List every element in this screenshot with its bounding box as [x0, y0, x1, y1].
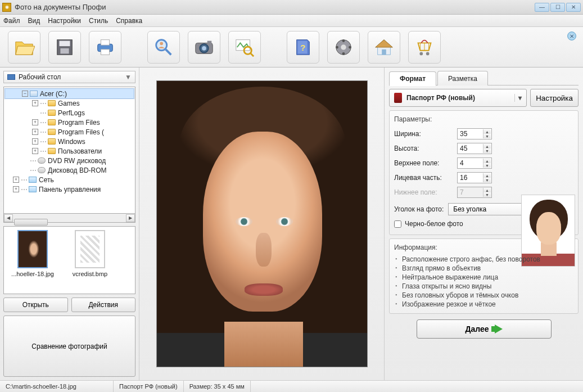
- close-button[interactable]: ✕: [566, 3, 581, 12]
- menu-file[interactable]: Файл: [3, 17, 20, 25]
- actions-button[interactable]: Действия: [71, 298, 136, 312]
- tree-item-acer[interactable]: −Acer (C:): [5, 89, 134, 98]
- cart-icon[interactable]: [408, 31, 441, 64]
- compare-button[interactable]: Сравнение фотографий: [3, 316, 135, 377]
- thumb-image: [17, 230, 48, 268]
- configure-button[interactable]: Настройка: [530, 89, 579, 107]
- open-icon[interactable]: [8, 31, 40, 64]
- home-icon[interactable]: [368, 31, 400, 64]
- thumb-item[interactable]: ...hoeller-18.jpg: [7, 230, 58, 277]
- menu-style[interactable]: Стиль: [89, 17, 108, 25]
- svg-point-29: [426, 52, 430, 55]
- corner-label: Уголок на фото:: [394, 205, 444, 213]
- help-book-icon[interactable]: ?: [287, 31, 319, 64]
- next-label: Далее: [465, 325, 489, 334]
- minimize-button[interactable]: —: [535, 3, 549, 12]
- app-title: Фото на документы Профи: [15, 3, 535, 11]
- svg-rect-4: [101, 39, 109, 45]
- search-image-icon[interactable]: [228, 31, 261, 64]
- folder-tree[interactable]: −Acer (C:) +⋯Games ⋯PerfLogs +⋯Program F…: [3, 87, 135, 214]
- camera-icon[interactable]: [188, 31, 220, 64]
- maximize-button[interactable]: ☐: [550, 3, 565, 12]
- bw-label: Черно-белое фото: [405, 220, 463, 228]
- svg-rect-12: [207, 40, 212, 44]
- titlebar: ◉ Фото на документы Профи — ☐ ✕: [0, 0, 583, 15]
- thumb-label: ...hoeller-18.jpg: [7, 271, 58, 277]
- tree-item-bd[interactable]: ⋯Дисковод BD-ROM: [5, 165, 134, 175]
- tree-item-dvd[interactable]: ⋯DVD RW дисковод: [5, 156, 134, 165]
- svg-point-20: [342, 39, 345, 42]
- preview-area: [139, 67, 384, 380]
- open-button[interactable]: Открыть: [3, 298, 68, 312]
- bw-checkbox[interactable]: [394, 220, 401, 228]
- svg-point-21: [342, 52, 345, 55]
- chevron-down-icon: ▾: [514, 94, 522, 102]
- info-item: Изображение резкое и чёткое: [395, 300, 573, 309]
- height-label: Высота:: [394, 145, 453, 152]
- menu-help[interactable]: Справка: [116, 17, 142, 25]
- svg-line-15: [250, 53, 254, 56]
- tree-item-perflogs[interactable]: ⋯PerfLogs: [5, 108, 134, 118]
- info-item: Глаза открыты и ясно видны: [395, 282, 573, 291]
- svg-text:?: ?: [300, 42, 305, 52]
- status-format: Паспорт РФ (новый): [114, 381, 184, 392]
- thumb-image: [75, 230, 105, 268]
- svg-rect-1: [60, 40, 70, 46]
- save-icon[interactable]: [48, 31, 81, 64]
- status-size: Размер: 35 x 45 мм: [184, 381, 251, 392]
- svg-rect-2: [60, 48, 69, 53]
- location-bar[interactable]: Рабочий стол ▼: [3, 71, 135, 83]
- menubar: Файл Вид Настройки Стиль Справка: [0, 15, 583, 27]
- desktop-icon: [7, 74, 15, 80]
- info-item: Расположение строго анфас, без поворотов: [395, 255, 573, 264]
- right-panel: Формат Разметка Паспорт РФ (новый) ▾ Нас…: [384, 67, 583, 380]
- status-path: C:\martin-schoeller-18.jpg: [0, 381, 114, 392]
- media-icon[interactable]: [327, 31, 360, 64]
- tree-item-ctrlpanel[interactable]: +⋯Панель управления: [5, 184, 134, 194]
- sidebar: Рабочий стол ▼ −Acer (C:) +⋯Games ⋯PerfL…: [0, 67, 139, 380]
- top-label: Верхнее поле:: [394, 159, 453, 167]
- thumb-item[interactable]: vcredist.bmp: [65, 230, 115, 277]
- svg-point-23: [349, 46, 351, 48]
- svg-point-22: [336, 46, 338, 48]
- tree-item-progfilesx[interactable]: +⋯Program Files (: [5, 127, 134, 137]
- passport-icon: [394, 93, 402, 103]
- main-photo: [156, 80, 368, 367]
- svg-point-11: [202, 46, 206, 51]
- info-item: Взгляд прямо в объектив: [395, 264, 573, 273]
- print-icon[interactable]: [89, 31, 121, 64]
- location-text: Рабочий стол: [19, 73, 61, 81]
- bottom-label: Нижнее поле:: [394, 188, 453, 196]
- zoom-user-icon[interactable]: [147, 31, 180, 64]
- svg-point-7: [160, 42, 163, 45]
- tree-item-network[interactable]: +⋯Сеть: [5, 175, 134, 184]
- svg-line-8: [166, 49, 171, 55]
- thumb-label: vcredist.bmp: [65, 271, 115, 277]
- height-input[interactable]: 45▲▼: [457, 143, 492, 154]
- bottom-input: 7▲▼: [457, 187, 492, 198]
- face-input[interactable]: 16▲▼: [457, 172, 492, 183]
- info-item: Без головных уборов и тёмных очков: [395, 291, 573, 300]
- tab-layout[interactable]: Разметка: [437, 71, 488, 85]
- tree-item-users[interactable]: +⋯Пользователи: [5, 146, 134, 156]
- menu-settings[interactable]: Настройки: [48, 17, 81, 25]
- svg-point-28: [419, 52, 423, 55]
- tree-item-windows[interactable]: +⋯Windows: [5, 137, 134, 146]
- svg-rect-24: [382, 49, 386, 55]
- params-title: Параметры:: [394, 115, 573, 123]
- info-list: Расположение строго анфас, без поворотов…: [394, 255, 573, 309]
- tree-item-games[interactable]: +⋯Games: [5, 98, 134, 108]
- top-input[interactable]: 4▲▼: [457, 157, 492, 169]
- tab-format[interactable]: Формат: [389, 71, 436, 86]
- face-label: Лицевая часть:: [394, 174, 453, 182]
- width-input[interactable]: 35▲▼: [457, 128, 492, 139]
- thumbnails: ...hoeller-18.jpg vcredist.bmp: [3, 226, 135, 294]
- next-button[interactable]: Далее: [417, 319, 552, 339]
- statusbar: C:\martin-schoeller-18.jpg Паспорт РФ (н…: [0, 380, 583, 392]
- tree-item-progfiles[interactable]: +⋯Program Files: [5, 118, 134, 127]
- svg-point-19: [341, 44, 346, 50]
- format-select[interactable]: Паспорт РФ (новый) ▾: [389, 89, 527, 107]
- toolbar-close-icon[interactable]: ✕: [567, 31, 576, 40]
- menu-view[interactable]: Вид: [28, 17, 40, 25]
- tree-hscrollbar[interactable]: ◀▶: [3, 214, 135, 223]
